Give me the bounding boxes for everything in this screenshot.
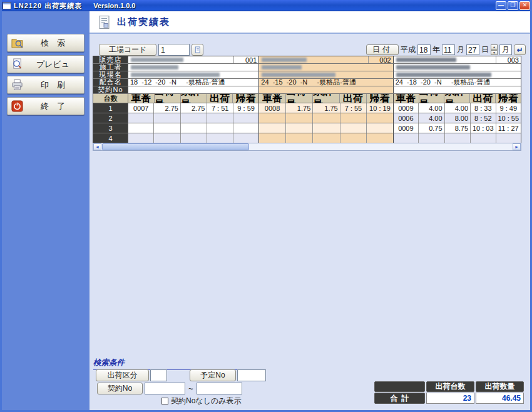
maximize-button[interactable]: ❐ xyxy=(508,1,518,10)
schedule-no-input[interactable] xyxy=(237,369,266,381)
redacted-text xyxy=(396,65,470,70)
cell: 10 : 55 xyxy=(496,113,521,123)
column-header-row: 台数 車番出荷量累計量出荷帰着 車番出荷量累計量出荷帰着 車番出荷量累計量出荷帰… xyxy=(93,94,521,103)
mix-name: 18 -12 -20 -N -規格品-普通 xyxy=(128,79,225,86)
cell xyxy=(312,123,339,133)
day-input[interactable] xyxy=(466,44,479,55)
redacted-text xyxy=(262,73,335,77)
no-contract-checkbox-label: 契約Noなしのみ表示 xyxy=(171,396,241,406)
contractor-row: 施工者 xyxy=(93,64,521,71)
search-folder-icon xyxy=(11,37,23,49)
close-button[interactable]: ✕ xyxy=(519,1,530,10)
cell xyxy=(312,113,339,123)
month-input[interactable] xyxy=(442,44,455,55)
page-header: 出荷実績表 xyxy=(90,11,532,34)
cell: 4.00 xyxy=(444,103,470,113)
print-button[interactable]: 印 刷 xyxy=(7,76,84,94)
range-separator: ~ xyxy=(188,384,193,393)
title-bar: LN2120 出荷実績表 Version.1.0.0 — ❐ ✕ xyxy=(0,0,532,11)
cell: 4.00 xyxy=(418,103,444,113)
row-number: 4 xyxy=(93,133,128,143)
exit-button[interactable]: 終 了 xyxy=(7,97,84,115)
col-header: 車番 xyxy=(128,94,154,103)
cell: 11 : 27 xyxy=(496,123,521,133)
cell: 10 : 19 xyxy=(366,103,392,113)
no-contract-checkbox[interactable] xyxy=(161,398,168,404)
schedule-no-button[interactable]: 予定No xyxy=(190,369,236,381)
contract-no-to-input[interactable] xyxy=(197,383,242,394)
ship-class-input[interactable] xyxy=(150,369,167,381)
table-row: 4 xyxy=(93,133,521,143)
cell xyxy=(340,123,366,133)
ship-class-button[interactable]: 出荷区分 xyxy=(96,369,149,381)
table-row: 1 00072.752.757 : 519 : 59 00081.751.757… xyxy=(93,103,521,113)
col-header: 累計量 xyxy=(312,94,339,103)
date-spinner[interactable]: ▲ ▼ xyxy=(491,44,498,55)
cell xyxy=(207,133,232,143)
exit-button-label: 終 了 xyxy=(26,101,80,112)
ship-count-header: 出荷台数 xyxy=(426,381,474,392)
contract-no-from-input[interactable] xyxy=(145,383,185,394)
site-row: 現場名 xyxy=(93,71,521,79)
redacted-text xyxy=(262,58,307,62)
cell: 0008 xyxy=(259,103,285,113)
cell xyxy=(285,123,312,133)
cell: 0009 xyxy=(394,123,418,133)
report-icon xyxy=(98,15,111,29)
cell xyxy=(233,113,258,123)
totals-blank-cell xyxy=(374,381,425,392)
redacted-text xyxy=(262,65,302,70)
minimize-button[interactable]: — xyxy=(496,1,506,10)
year-unit-label: 年 xyxy=(432,44,440,55)
contract-no-button[interactable]: 契約No xyxy=(97,383,143,394)
cell xyxy=(340,113,366,123)
cell xyxy=(180,113,207,123)
row-number: 1 xyxy=(93,103,128,113)
day-unit-label: 日 xyxy=(481,44,489,55)
cell xyxy=(340,133,366,143)
sidebar: 検 索 プレビュ 印 刷 xyxy=(0,11,90,412)
factory-code-input[interactable] xyxy=(158,44,190,56)
scroll-left-icon[interactable]: ◄ xyxy=(93,143,101,150)
cell: 7 : 55 xyxy=(340,103,366,113)
contract-no-row: 契約No xyxy=(93,86,521,94)
search-row-1: 出荷区分 予定No xyxy=(96,369,266,381)
cell xyxy=(153,123,180,133)
cell xyxy=(207,113,232,123)
factory-lookup-button[interactable] xyxy=(192,44,203,56)
group1-number: 001 xyxy=(233,56,258,63)
year-input[interactable] xyxy=(417,44,431,55)
factory-code-button[interactable]: 工場コード xyxy=(99,44,156,56)
spin-down-icon[interactable]: ▼ xyxy=(491,50,498,56)
scroll-right-icon[interactable]: ► xyxy=(513,143,521,150)
cell: 2.75 xyxy=(180,103,207,113)
cell xyxy=(394,133,418,143)
col-header: 出荷 xyxy=(339,94,366,103)
spin-up-icon[interactable]: ▲ xyxy=(491,44,498,50)
era-label: 平成 xyxy=(401,44,416,55)
search-button[interactable]: 検 索 xyxy=(7,34,84,52)
redacted-text xyxy=(131,58,183,62)
table-row: 3 00090.758.7510 : 0311 : 27 xyxy=(93,123,521,133)
col-header: 累計量 xyxy=(444,94,469,103)
col-header: 帰着 xyxy=(366,94,393,103)
date-apply-button[interactable]: ↵ xyxy=(514,44,526,55)
cell xyxy=(259,123,285,133)
mix-name: 24 -18 -20 -N -規格品-普通 xyxy=(394,79,491,86)
cell xyxy=(153,113,180,123)
dealer-row: 販売店 001 002 003 xyxy=(93,56,521,64)
redacted-text xyxy=(396,58,456,62)
cell xyxy=(285,113,312,123)
preview-button[interactable]: プレビュ xyxy=(7,55,84,73)
horizontal-scrollbar[interactable]: ◄ ► xyxy=(93,143,521,151)
col-header: 出荷 xyxy=(207,94,233,103)
date-button[interactable]: 日付 xyxy=(366,44,399,55)
cell: 9 : 49 xyxy=(496,103,521,113)
page-title: 出荷実績表 xyxy=(117,16,170,28)
printer-icon xyxy=(11,79,23,91)
scrollbar-thumb[interactable] xyxy=(102,143,249,150)
cell xyxy=(153,133,180,143)
redacted-text xyxy=(396,73,491,77)
row-number: 2 xyxy=(93,113,128,123)
preview-icon xyxy=(11,58,23,70)
